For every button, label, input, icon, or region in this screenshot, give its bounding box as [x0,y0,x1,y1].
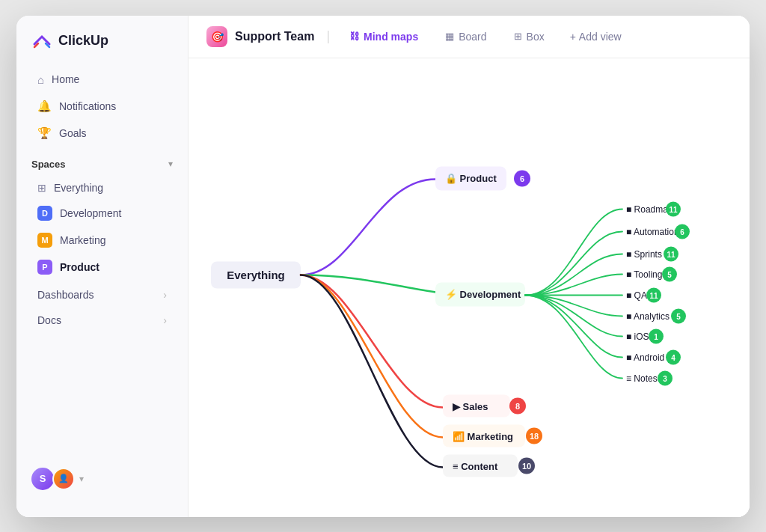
product-node-label: 🔒 Product [445,171,497,184]
spaces-label: Spaces [31,159,66,170]
box-label: Box [527,31,545,43]
content-node-label: ≡ Content [453,460,498,471]
home-label: Home [52,73,79,85]
everything-label: Everything [54,182,103,194]
development-label: Development [60,207,122,219]
notes-label: ≡ Notes [626,373,658,383]
sprints-label: ■ Sprints [626,248,662,259]
notes-count: 3 [663,374,667,382]
mindmaps-icon: ⛓ [349,31,359,42]
qa-count: 11 [649,291,658,299]
product-badge-label: 6 [520,174,524,183]
sales-badge-count: 8 [515,401,520,410]
sidebar-item-product[interactable]: P Product [22,254,182,280]
content-badge-count: 10 [522,461,531,470]
workspace-title: Support Team [235,30,314,43]
goals-label: Goals [59,127,87,139]
sales-node-label: ▶ Sales [453,400,488,412]
goals-icon: 🏆 [37,126,52,140]
board-icon: ▦ [445,31,454,42]
divider: | [326,28,330,44]
roadmap-count: 11 [669,205,678,213]
android-count: 4 [671,353,675,361]
chevron-right-icon: › [163,289,167,301]
automation-count: 6 [680,227,684,236]
logo-area: ClickUp [16,31,188,67]
ios-label: ■ iOS [626,331,649,341]
sidebar-item-development[interactable]: D Development [22,201,182,226]
notifications-label: Notifications [59,100,116,112]
bell-icon: 🔔 [37,100,52,113]
product-label: Product [60,261,99,273]
top-bar: 🎯 Support Team | ⛓ Mind maps ▦ Board ⊞ B… [189,16,750,58]
sidebar-item-docs[interactable]: Docs › [22,307,182,331]
sidebar-bottom: S 👤 ▾ [16,456,188,502]
plus-icon: + [570,31,576,43]
sidebar-item-goals[interactable]: 🏆 Goals [22,120,182,146]
sidebar-item-everything[interactable]: ⊞ Everything [22,177,182,199]
dashboards-label: Dashboards [37,289,94,301]
tooling-count: 5 [667,270,672,278]
add-view-button[interactable]: + Add view [564,26,628,47]
automation-label: ■ Automation [626,226,679,236]
logo-icon [31,31,52,52]
root-node-label: Everything [227,268,285,281]
sidebar-item-dashboards[interactable]: Dashboards › [22,281,182,305]
tab-box[interactable]: ⊞ Box [506,26,552,47]
avatar-user[interactable]: 👤 [52,468,75,490]
marketing-badge-count: 18 [530,431,539,440]
tooling-label: ■ Tooling [626,269,662,279]
marketing-node-label: 📶 Marketing [453,429,513,442]
development-badge: D [37,206,52,221]
board-label: Board [459,31,486,43]
workspace-name-area: 🎯 Support Team [206,26,314,47]
app-name: ClickUp [58,33,108,49]
spaces-section-header: Spaces ▾ [16,147,188,176]
docs-label: Docs [37,314,61,326]
product-badge: P [37,260,52,275]
chevron-right-icon-docs: › [163,314,167,326]
chevron-down-icon[interactable]: ▾ [168,159,173,169]
analytics-count: 5 [676,312,681,320]
sprints-count: 11 [667,250,675,258]
sidebar-item-marketing[interactable]: M Marketing [22,227,182,253]
tab-mindmaps[interactable]: ⛓ Mind maps [342,26,426,47]
main-content: 🎯 Support Team | ⛓ Mind maps ▦ Board ⊞ B… [189,16,750,517]
mindmap-canvas: Everything 🔒 Product 6 ⚡ Development ■ R… [189,58,750,517]
workspace-icon: 🎯 [206,26,227,47]
avatar-chevron[interactable]: ▾ [79,474,84,484]
qa-label: ■ QA [626,290,647,300]
marketing-label: Marketing [60,234,105,246]
home-icon: ⌂ [37,73,44,86]
tab-board[interactable]: ▦ Board [438,26,494,47]
sidebar-item-home[interactable]: ⌂ Home [22,67,182,92]
sidebar-item-notifications[interactable]: 🔔 Notifications [22,94,182,119]
android-label: ■ Android [626,352,664,362]
app-window: ClickUp ⌂ Home 🔔 Notifications 🏆 Goals S… [16,16,750,517]
ios-count: 1 [654,332,658,340]
analytics-label: ■ Analytics [626,311,670,321]
box-icon: ⊞ [514,31,522,42]
sidebar: ClickUp ⌂ Home 🔔 Notifications 🏆 Goals S… [16,16,189,517]
mindmaps-label: Mind maps [364,31,418,43]
marketing-badge: M [37,233,52,248]
everything-icon: ⊞ [37,182,46,194]
mindmap-svg: Everything 🔒 Product 6 ⚡ Development ■ R… [189,58,750,517]
add-view-label: Add view [579,31,622,43]
avatar-s[interactable]: S [31,468,54,490]
dev-node-label: ⚡ Development [445,287,521,300]
